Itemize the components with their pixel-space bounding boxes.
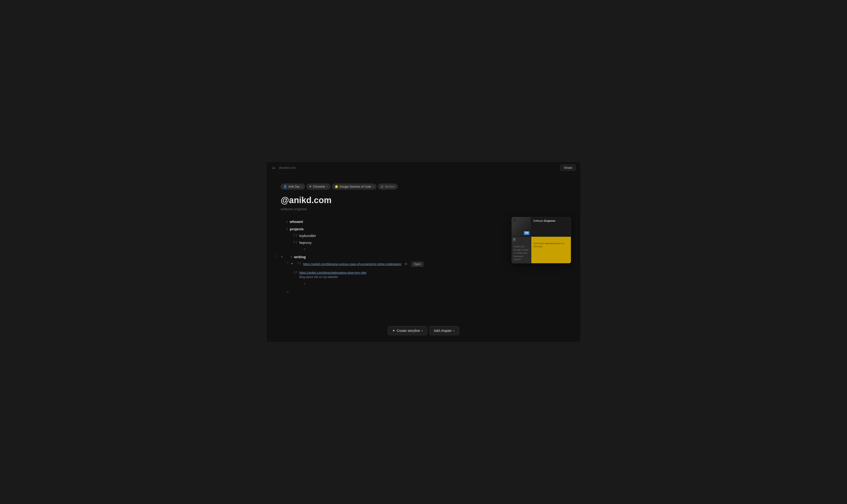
add-project-button[interactable]: + — [302, 247, 307, 252]
add-chapter-chevron: ▾ — [453, 329, 455, 332]
project-2-1-number: 2.1 — [291, 234, 298, 237]
profile-title: @anikd.com — [281, 195, 566, 205]
filter-tags: 👤 Anik Das × ✦ Chronicle × 🌟 Google Summ… — [281, 184, 566, 190]
project-2-2-title: fwproxy — [299, 240, 312, 245]
topbar: @anikd.com Share — [266, 162, 581, 174]
user-avatar-icon: 👤 — [283, 185, 287, 188]
writing-item-toggle[interactable]: ▶ — [291, 262, 293, 265]
preview-num-1: 1 — [513, 218, 516, 222]
preview-title-text: Software Engineer — [533, 219, 556, 222]
preview-bottom-right: 1 Community engineering team at • Chroni… — [531, 237, 571, 263]
section-1-title: whoami — [290, 220, 303, 223]
filter-chronicle-label: Chronicle — [313, 185, 325, 188]
create-storyline-chevron: ▾ — [421, 329, 423, 332]
writing-3-2-number: 3.2 — [291, 271, 298, 274]
create-storyline-sparkle: ✦ — [392, 329, 395, 332]
project-2-2-number: 2.2 — [291, 240, 298, 244]
add-writing-button[interactable]: + — [302, 281, 307, 286]
app-window: @anikd.com Share 👤 Anik Das × ✦ Chronicl… — [266, 161, 581, 343]
profile-subtitle: software engineer — [281, 207, 566, 211]
preview-top-grid: TP Software Engineer — [512, 217, 571, 237]
filter-user-label: Anik Das — [288, 185, 300, 188]
section-2-title: projects — [290, 227, 304, 231]
global-add-button[interactable]: + — [285, 289, 290, 294]
preview-desc-left: Guides you through content in a linear a… — [513, 245, 529, 260]
filter-tag-user[interactable]: 👤 Anik Das × — [281, 184, 305, 190]
section-2-number: 2 — [281, 227, 288, 231]
writing-subsection: ⠿ ▶ 3.1 https://anikd.com/blogs/a-curiou… — [291, 261, 566, 286]
preview-desc-right: Community engineering team at • Chronicl… — [533, 242, 565, 248]
filter-gsoc-close[interactable]: × — [372, 185, 374, 188]
domain-label: @anikd.com — [279, 166, 296, 169]
writing-3-1-number: 3.1 — [295, 262, 301, 265]
chronicle-icon: ✦ — [309, 185, 312, 188]
sidebar-toggle-button[interactable] — [271, 166, 276, 169]
filter-tag-mention[interactable]: @ Mention — [378, 184, 398, 190]
main-content: 👤 Anik Das × ✦ Chronicle × 🌟 Google Summ… — [266, 174, 581, 304]
writing-3-2-link[interactable]: https://anikd.com/blogs/debugging-slow-h… — [299, 271, 566, 275]
writing-toggle-arrow[interactable]: ▼ — [281, 256, 283, 258]
bottom-action-bar: ✦ Create storyline ▾ Add chapter ▾ — [388, 326, 459, 335]
add-chapter-label: Add chapter — [434, 329, 452, 332]
gsoc-icon: 🌟 — [335, 185, 338, 188]
section-3-number: 3 — [285, 255, 292, 259]
tp-badge: TP — [524, 231, 529, 235]
writing-3-2-content: https://anikd.com/blogs/debugging-slow-h… — [299, 271, 566, 279]
writing-3-2-desc: Blog about vite on my website! — [299, 275, 566, 279]
preview-bottom-left: 7 Guides you through content in a linear… — [512, 237, 531, 263]
filter-tag-chronicle[interactable]: ✦ Chronicle × — [306, 184, 330, 190]
writing-item-drag-handle[interactable]: ⠿ — [287, 261, 289, 265]
section-3-title: writing — [294, 255, 306, 259]
writing-3-1-link[interactable]: https://anikd.com/blogs/a-curious-case-o… — [303, 262, 401, 266]
filter-user-close[interactable]: × — [301, 185, 302, 188]
preview-title-normal: Software — [533, 219, 544, 222]
add-writing-row: + — [302, 281, 566, 286]
filter-chronicle-close[interactable]: × — [326, 185, 328, 188]
open-button[interactable]: Open — [411, 262, 424, 267]
create-storyline-button[interactable]: ✦ Create storyline ▾ — [388, 326, 427, 335]
filter-gsoc-label: Google Summer of Code — [340, 185, 371, 188]
view-icon[interactable]: 👁 — [404, 262, 408, 266]
preview-num-7: 7 — [513, 238, 516, 241]
preview-title-bold: Engineer — [544, 219, 555, 222]
mention-icon: @ — [381, 185, 384, 188]
filter-mention-label: Mention — [385, 185, 395, 188]
global-add-row: + — [285, 289, 566, 294]
writing-drag-handle[interactable]: ⠿ — [276, 255, 278, 258]
writing-item-3-2: 3.2 https://anikd.com/blogs/debugging-sl… — [291, 270, 566, 280]
add-chapter-button[interactable]: Add chapter ▾ — [429, 326, 459, 335]
section-1-number: 1 — [281, 220, 288, 223]
create-storyline-label: Create storyline — [397, 329, 420, 332]
share-button[interactable]: Share — [560, 164, 576, 171]
filter-tag-gsoc[interactable]: 🌟 Google Summer of Code × — [332, 184, 377, 190]
preview-bottom-grid: 7 Guides you through content in a linear… — [512, 237, 571, 263]
preview-card: TP Software Engineer 7 Guides you throug… — [511, 217, 571, 264]
preview-title-area: Software Engineer — [531, 217, 571, 236]
project-2-1-title: toybundler — [299, 234, 316, 238]
topbar-left: @anikd.com — [271, 166, 296, 169]
